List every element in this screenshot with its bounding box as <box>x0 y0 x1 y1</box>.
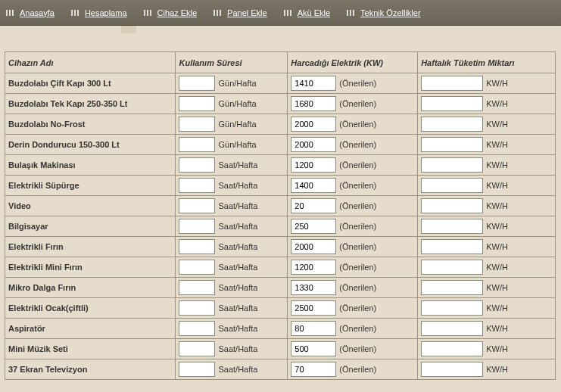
usage-input[interactable] <box>179 137 215 152</box>
table-row: Mini Müzik SetiSaat/Hafta(Önerilen)KW/H <box>5 339 556 359</box>
usage-unit: Saat/Hafta <box>218 365 257 374</box>
usage-input[interactable] <box>179 321 215 336</box>
power-input[interactable] <box>291 198 336 213</box>
device-name-cell: Derin Dondurucu 150-300 Lt <box>5 135 176 155</box>
power-input[interactable] <box>291 362 336 377</box>
usage-cell: Saat/Hafta <box>176 155 288 176</box>
recommended-label: (Önerilen) <box>339 181 376 190</box>
weekly-input[interactable] <box>421 137 483 152</box>
power-input[interactable] <box>291 341 336 356</box>
nav-item[interactable]: Akü Ekle <box>282 5 332 20</box>
usage-input[interactable] <box>179 219 215 234</box>
power-input[interactable] <box>291 96 336 111</box>
usage-cell: Gün/Hafta <box>176 114 288 135</box>
nav-item[interactable]: Anasayfa <box>5 5 56 20</box>
weekly-input[interactable] <box>421 76 483 91</box>
weekly-cell: KW/H <box>418 176 556 196</box>
kwh-label: KW/H <box>486 283 508 292</box>
usage-unit: Gün/Hafta <box>218 99 256 108</box>
weekly-input[interactable] <box>421 260 483 275</box>
power-cell: (Önerilen) <box>288 155 418 176</box>
usage-input[interactable] <box>179 260 215 275</box>
table-row: VideoSaat/Hafta(Önerilen)KW/H <box>5 196 556 216</box>
weekly-input[interactable] <box>421 96 483 111</box>
weekly-input[interactable] <box>421 300 483 316</box>
usage-unit: Saat/Hafta <box>218 201 257 210</box>
usage-unit: Gün/Hafta <box>218 79 256 88</box>
device-table: Cihazın Adı Kullanım Süresi Harcadığı El… <box>5 51 556 380</box>
recommended-label: (Önerilen) <box>339 324 376 333</box>
device-name-cell: Elektrikli Mini Fırın <box>5 257 176 278</box>
power-cell: (Önerilen) <box>288 319 418 339</box>
usage-cell: Saat/Hafta <box>176 319 288 339</box>
weekly-input[interactable] <box>421 219 483 234</box>
grip-icon <box>213 10 223 16</box>
nav-item[interactable]: Panel Ekle <box>212 5 269 20</box>
power-input[interactable] <box>291 76 336 91</box>
weekly-input[interactable] <box>421 280 483 295</box>
weekly-input[interactable] <box>421 157 483 173</box>
power-cell: (Önerilen) <box>288 94 418 114</box>
device-name-cell: Elektrikli Fırın <box>5 237 176 257</box>
recommended-label: (Önerilen) <box>339 283 376 292</box>
power-cell: (Önerilen) <box>288 257 418 278</box>
kwh-label: KW/H <box>486 365 508 374</box>
usage-unit: Saat/Hafta <box>218 181 257 190</box>
usage-input[interactable] <box>179 76 215 91</box>
power-input[interactable] <box>291 137 336 152</box>
usage-input[interactable] <box>179 300 215 316</box>
usage-input[interactable] <box>179 117 215 132</box>
usage-cell: Saat/Hafta <box>176 237 288 257</box>
kwh-label: KW/H <box>486 120 508 129</box>
nav-item[interactable]: Hesaplama <box>70 5 129 20</box>
nav-label: Akü Ekle <box>298 8 330 17</box>
power-input[interactable] <box>291 321 336 336</box>
nav-item[interactable]: Cihaz Ekle <box>142 5 199 20</box>
weekly-input[interactable] <box>421 178 483 193</box>
kwh-label: KW/H <box>486 160 508 170</box>
weekly-input[interactable] <box>421 321 483 336</box>
usage-unit: Saat/Hafta <box>218 263 257 272</box>
usage-input[interactable] <box>179 239 215 254</box>
power-input[interactable] <box>291 219 336 234</box>
power-input[interactable] <box>291 239 336 254</box>
usage-unit: Gün/Hafta <box>218 140 256 149</box>
weekly-input[interactable] <box>421 198 483 213</box>
nav-label: Teknik Özellikler <box>360 8 420 17</box>
weekly-input[interactable] <box>421 341 483 356</box>
grip-icon <box>284 10 293 16</box>
usage-input[interactable] <box>179 178 215 193</box>
power-input[interactable] <box>291 178 336 193</box>
weekly-input[interactable] <box>421 239 483 254</box>
spacer <box>0 26 561 51</box>
power-input[interactable] <box>291 117 336 132</box>
table-row: Elektrikli Ocak(çiftli)Saat/Hafta(Öneril… <box>5 298 556 319</box>
power-input[interactable] <box>291 157 336 173</box>
power-input[interactable] <box>291 300 336 316</box>
usage-input[interactable] <box>179 362 215 377</box>
kwh-label: KW/H <box>486 222 508 231</box>
usage-input[interactable] <box>179 198 215 213</box>
weekly-cell: KW/H <box>418 298 556 319</box>
weekly-cell: KW/H <box>418 257 556 278</box>
usage-unit: Saat/Hafta <box>218 344 257 353</box>
weekly-input[interactable] <box>421 362 483 377</box>
table-row: Buzdolabı Çift Kapı 300 LtGün/Hafta(Öner… <box>5 73 556 94</box>
usage-input[interactable] <box>179 341 215 356</box>
usage-input[interactable] <box>179 280 215 295</box>
power-cell: (Önerilen) <box>288 196 418 216</box>
device-name-cell: Buzdolabı Çift Kapı 300 Lt <box>5 73 176 94</box>
usage-input[interactable] <box>179 96 215 111</box>
power-input[interactable] <box>291 280 336 295</box>
usage-cell: Saat/Hafta <box>176 359 288 380</box>
header-weekly: Haftalık Tüketim Miktarı <box>418 52 556 73</box>
recommended-label: (Önerilen) <box>339 242 376 251</box>
device-name-cell: Bulaşık Makinası <box>5 155 176 176</box>
recommended-label: (Önerilen) <box>339 365 376 374</box>
weekly-input[interactable] <box>421 117 483 132</box>
nav-item[interactable]: Teknik Özellikler <box>345 5 422 20</box>
power-input[interactable] <box>291 260 336 275</box>
usage-input[interactable] <box>179 157 215 173</box>
table-row: 37 Ekran TelevizyonSaat/Hafta(Önerilen)K… <box>5 359 556 380</box>
recommended-label: (Önerilen) <box>339 79 376 88</box>
